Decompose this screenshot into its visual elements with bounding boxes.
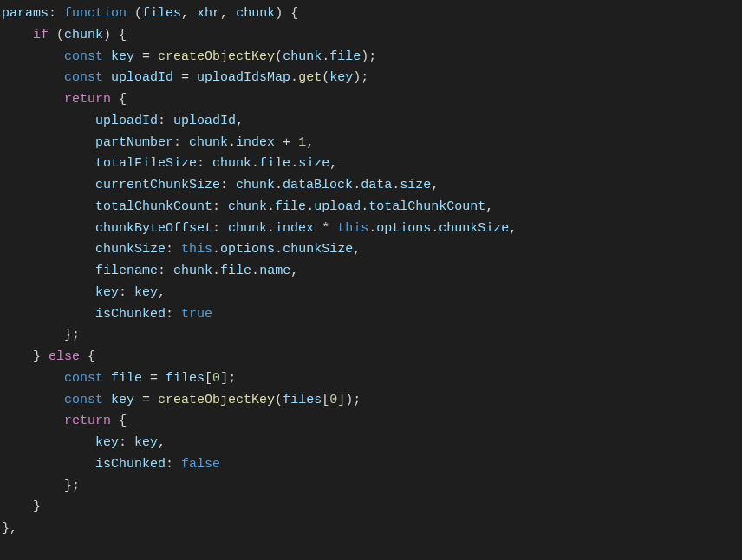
token: = xyxy=(173,70,197,85)
token: : xyxy=(212,199,228,214)
token: : xyxy=(220,178,236,192)
token: this xyxy=(337,221,368,236)
token: chunk xyxy=(283,49,322,64)
code-line: if (chunk) { xyxy=(0,25,742,47)
token: key xyxy=(95,285,119,300)
token: options xyxy=(376,221,431,236)
token: return xyxy=(64,413,111,428)
token: { xyxy=(111,92,127,107)
token: chunk xyxy=(236,6,275,21)
token: options xyxy=(220,242,275,257)
code-block[interactable]: params: function (files, xhr, chunk) { i… xyxy=(0,3,742,540)
token: const xyxy=(64,70,103,85)
token: }; xyxy=(2,479,80,493)
token: createObjectKey xyxy=(158,393,275,407)
token: ) { xyxy=(103,28,127,42)
token: key xyxy=(134,285,158,300)
token: isChunked xyxy=(95,307,166,322)
token: key xyxy=(111,49,134,64)
token: const xyxy=(64,393,103,407)
token: 0 xyxy=(329,393,337,407)
token: , xyxy=(181,6,197,21)
token: : xyxy=(49,6,64,21)
token: ]; xyxy=(220,371,236,386)
token: currentChunkSize xyxy=(95,178,220,192)
token: data xyxy=(361,178,392,192)
token: file xyxy=(220,264,251,278)
token: . xyxy=(392,178,400,192)
token: . xyxy=(275,178,283,192)
token xyxy=(2,199,95,214)
token: uploadId xyxy=(95,114,158,128)
token: . xyxy=(212,242,220,257)
code-line: return { xyxy=(0,89,742,111)
token: partNumber xyxy=(95,135,173,150)
token: : xyxy=(166,457,181,472)
token: file xyxy=(329,49,361,64)
token: . xyxy=(212,264,220,278)
token: chunk xyxy=(236,178,275,192)
token: : xyxy=(119,285,134,300)
code-line: totalFileSize: chunk.file.size, xyxy=(0,153,742,175)
code-line: }; xyxy=(0,325,742,347)
token xyxy=(2,156,95,171)
code-line: return { xyxy=(0,411,742,433)
token: 0 xyxy=(212,371,220,386)
token: return xyxy=(64,92,111,107)
token: , xyxy=(306,135,314,150)
token xyxy=(2,92,64,107)
token: + xyxy=(275,135,298,150)
token: ( xyxy=(127,6,142,21)
token xyxy=(103,393,111,407)
token: files xyxy=(166,371,205,386)
code-line: key: key, xyxy=(0,283,742,304)
token: = xyxy=(134,49,158,64)
token: ) { xyxy=(275,6,298,21)
token: isChunked xyxy=(95,457,166,472)
token: chunk xyxy=(228,199,267,214)
token xyxy=(2,178,95,192)
token: { xyxy=(111,413,127,428)
token xyxy=(2,435,95,450)
token: xhr xyxy=(197,6,220,21)
token: [ xyxy=(322,393,329,407)
token: , xyxy=(509,221,517,236)
token: totalChunkCount xyxy=(95,199,212,214)
token: , xyxy=(158,435,166,450)
token: uploadIdsMap xyxy=(197,70,290,85)
token xyxy=(2,307,95,322)
code-line: currentChunkSize: chunk.dataBlock.data.s… xyxy=(0,175,742,197)
token: upload xyxy=(314,199,361,214)
token: file xyxy=(275,199,306,214)
code-line: const key = createObjectKey(files[0]); xyxy=(0,390,742,412)
token xyxy=(2,413,64,428)
token: ( xyxy=(275,49,283,64)
token: . xyxy=(267,199,275,214)
token: . xyxy=(290,156,298,171)
token: index xyxy=(275,221,314,236)
token: . xyxy=(251,264,259,278)
token: dataBlock xyxy=(283,178,353,192)
token: chunk xyxy=(173,264,212,278)
token: , xyxy=(353,242,361,257)
token: get xyxy=(298,70,322,85)
token xyxy=(2,135,95,150)
token: , xyxy=(431,178,439,192)
token xyxy=(2,371,64,386)
token: , xyxy=(329,156,337,171)
token: uploadId xyxy=(173,114,236,128)
token: . xyxy=(361,199,368,214)
token: . xyxy=(306,199,314,214)
code-line: } xyxy=(0,497,742,518)
code-line: uploadId: uploadId, xyxy=(0,111,742,133)
token: this xyxy=(181,242,212,257)
token: chunk xyxy=(64,28,103,42)
token: ( xyxy=(322,70,329,85)
token xyxy=(2,70,64,85)
token: , xyxy=(220,6,236,21)
token: . xyxy=(228,135,236,150)
token: chunkByteOffset xyxy=(95,221,212,236)
token: . xyxy=(251,156,259,171)
token: false xyxy=(181,457,220,472)
token: filename xyxy=(95,264,158,278)
